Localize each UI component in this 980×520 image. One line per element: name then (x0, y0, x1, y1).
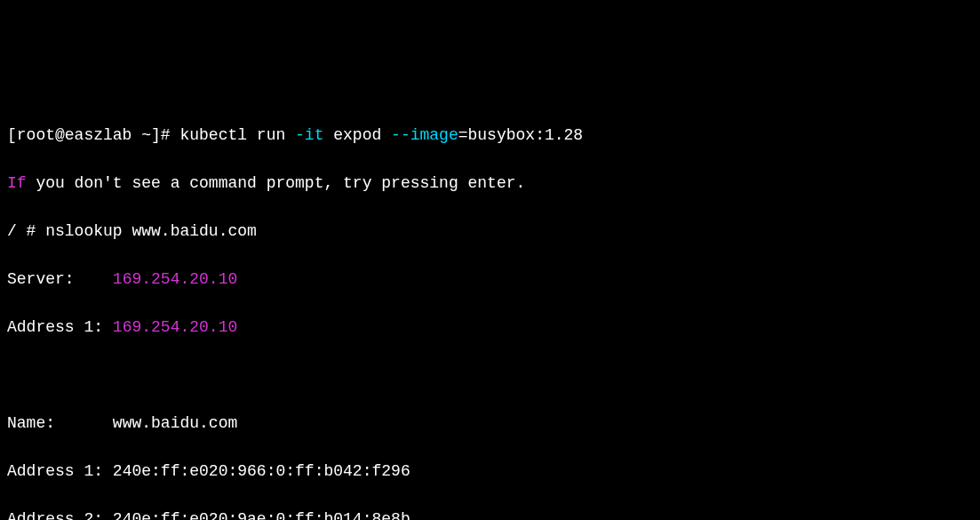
terminal-output[interactable]: [root@easzlab ~]# kubectl run -it expod … (7, 100, 973, 520)
command-line-1: [root@easzlab ~]# kubectl run -it expod … (7, 124, 973, 148)
address-line: Address 1: 169.254.20.10 (7, 316, 973, 340)
shell-prompt: [root@easzlab ~]# (7, 126, 179, 144)
cmd-flag: --image (391, 126, 458, 144)
name-value: www.baidu.com (113, 414, 237, 432)
nslookup-cmd: nslookup www.baidu.com (45, 222, 257, 240)
hint-text: you don't see a command prompt, try pres… (27, 174, 526, 192)
address-label: Address 2: (7, 510, 113, 520)
server-label: Server: (7, 270, 113, 288)
cmd-flag: -it (295, 126, 323, 144)
blank-line (7, 364, 973, 388)
server-ip: 169.254.20.10 (113, 270, 237, 288)
address-value: 240e:ff:e020:966:0:ff:b042:f296 (113, 462, 410, 480)
hint-line: If you don't see a command prompt, try p… (7, 172, 973, 196)
hint-if: If (7, 174, 27, 192)
address-label: Address 1: (7, 462, 113, 480)
server-line: Server: 169.254.20.10 (7, 268, 973, 292)
name-label: Name: (7, 414, 113, 432)
name-line: Name: www.baidu.com (7, 412, 973, 436)
command-line-2: / # nslookup www.baidu.com (7, 220, 973, 244)
pod-prompt: / # (7, 222, 45, 240)
cmd-text: =busybox:1.28 (458, 126, 583, 144)
cmd-text: kubectl run (179, 126, 295, 144)
result-address-1: Address 1: 240e:ff:e020:966:0:ff:b042:f2… (7, 460, 973, 484)
result-address-2: Address 2: 240e:ff:e020:9ae:0:ff:b014:8e… (7, 508, 973, 520)
cmd-text: expod (323, 126, 391, 144)
address-value: 240e:ff:e020:9ae:0:ff:b014:8e8b (113, 510, 410, 520)
address-ip: 169.254.20.10 (113, 318, 237, 336)
address-label: Address 1: (7, 318, 113, 336)
